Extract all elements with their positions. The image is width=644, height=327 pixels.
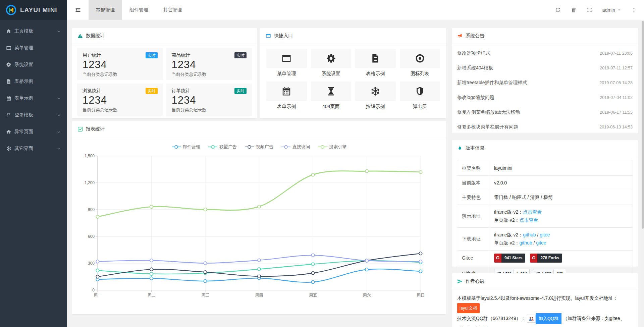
sidebar-item[interactable]: 菜单管理 bbox=[0, 40, 67, 56]
chart-data-point[interactable] bbox=[365, 170, 368, 173]
announcement-row[interactable]: 修改选项卡样式2019-07-11 23:06 bbox=[452, 46, 638, 61]
chart-data-point[interactable] bbox=[150, 277, 153, 280]
legend-item[interactable]: 视频广告 bbox=[245, 144, 273, 150]
tab-3[interactable]: 其它管理 bbox=[156, 0, 189, 20]
version-link[interactable]: 点击查看 bbox=[523, 209, 542, 215]
quick-entry-label: 图标列表 bbox=[400, 71, 440, 77]
quick-entry-item[interactable]: 404页面 bbox=[311, 81, 352, 110]
join-qq-button[interactable]: 加入QQ群 bbox=[527, 313, 561, 324]
chart-data-point[interactable] bbox=[96, 269, 99, 272]
chart-data-point[interactable] bbox=[311, 173, 314, 176]
chart-data-point[interactable] bbox=[96, 215, 99, 218]
chart-data-point[interactable] bbox=[419, 170, 422, 173]
scrollbar-thumb[interactable] bbox=[642, 21, 644, 229]
version-link[interactable]: gitee bbox=[540, 232, 550, 237]
quick-entry-title: 快捷入口 bbox=[274, 33, 293, 39]
announcement-text: 新增treetable插件和菜单管理样式 bbox=[457, 80, 527, 86]
chart-data-point[interactable] bbox=[311, 280, 314, 283]
chart-data-point[interactable] bbox=[96, 260, 99, 263]
chart-data-point[interactable] bbox=[150, 272, 153, 275]
quick-entry-label: 菜单管理 bbox=[266, 71, 307, 77]
chart-data-point[interactable] bbox=[204, 280, 207, 283]
chart-data-point[interactable] bbox=[150, 205, 153, 208]
version-link[interactable]: 点击查看 bbox=[519, 217, 538, 223]
logo[interactable]: LAYUI MINI bbox=[0, 0, 67, 20]
refresh-icon bbox=[555, 7, 561, 13]
chart-data-point[interactable] bbox=[204, 208, 207, 211]
chart-data-point[interactable] bbox=[419, 260, 422, 263]
chart-data-point[interactable] bbox=[258, 205, 261, 208]
version-row-value: v2.0.0 bbox=[489, 175, 633, 190]
version-info-title: 版本信息 bbox=[466, 145, 484, 151]
legend-item[interactable]: 搜索引擎 bbox=[318, 144, 346, 150]
sidebar-item[interactable]: 系统设置 bbox=[0, 56, 67, 73]
link-prefix: 单页版-v2： bbox=[494, 240, 519, 246]
announcement-date: 2019-06-17 11:55 bbox=[600, 110, 633, 115]
tab-2[interactable]: 组件管理 bbox=[122, 0, 156, 20]
sidebar-item[interactable]: 其它界面 bbox=[0, 140, 67, 157]
report-card-title: 报表统计 bbox=[86, 126, 105, 132]
chart-data-point[interactable] bbox=[365, 259, 368, 262]
legend-label: 搜索引擎 bbox=[329, 144, 346, 150]
sidebar-item[interactable]: 主页模板 bbox=[0, 23, 67, 40]
sidebar-item[interactable]: 异常页面 bbox=[0, 123, 67, 140]
announcements-title: 系统公告 bbox=[466, 33, 484, 39]
legend-item[interactable]: 直接访问 bbox=[281, 144, 310, 150]
y-tick-label: 600 bbox=[88, 234, 95, 239]
chart-data-point[interactable] bbox=[419, 270, 422, 273]
gitee-badge-text: 278 Forks bbox=[537, 254, 562, 263]
announcement-row[interactable]: 修复多模块菜单栏展开有问题2019-06-13 14:53 bbox=[452, 120, 638, 134]
sidebar-item[interactable]: 表格示例 bbox=[0, 73, 67, 90]
user-menu[interactable]: admin bbox=[602, 7, 621, 13]
quick-entry-item[interactable]: 图标列表 bbox=[400, 49, 440, 77]
chart-data-point[interactable] bbox=[258, 275, 261, 278]
announcement-row[interactable]: 新增系统404模板2019-07-11 12:57 bbox=[452, 61, 638, 75]
quick-entry-label: 按钮示例 bbox=[355, 104, 396, 110]
more-vertical-icon[interactable] bbox=[631, 7, 637, 13]
version-info-card: 版本信息 框架名称layuimini当前版本v2.0.0主要特色零门槛 / 响应… bbox=[452, 140, 638, 267]
quick-entry-item[interactable]: 表格示例 bbox=[355, 49, 396, 77]
menu-fold-icon[interactable] bbox=[67, 0, 89, 20]
chart-data-point[interactable] bbox=[258, 268, 261, 271]
announcement-row[interactable]: 修改logo缩放问题2019-07-04 11:02 bbox=[452, 90, 638, 105]
layui-doc-badge[interactable]: layui文档 bbox=[457, 303, 480, 314]
chart-data-point[interactable] bbox=[204, 262, 207, 265]
chart-data-point[interactable] bbox=[204, 271, 207, 274]
chart-data-point[interactable] bbox=[419, 252, 422, 255]
version-row-value: 零门槛 / 响应式 / 清爽 / 极简 bbox=[489, 190, 633, 205]
sidebar-item[interactable]: 表单示例 bbox=[0, 90, 67, 107]
quick-entry-item[interactable]: 弹出层 bbox=[400, 81, 440, 110]
legend-marker bbox=[172, 145, 181, 149]
trash-icon[interactable] bbox=[571, 7, 577, 13]
trash-icon bbox=[571, 7, 577, 13]
chart-data-point[interactable] bbox=[150, 259, 153, 262]
sidebar-item[interactable]: 登录模板 bbox=[0, 107, 67, 123]
legend-item[interactable]: 联盟广告 bbox=[208, 144, 237, 150]
tab-1[interactable]: 常规管理 bbox=[89, 0, 122, 20]
version-link[interactable]: gitee bbox=[536, 240, 546, 246]
chart-data-point[interactable] bbox=[311, 272, 314, 275]
quick-entry-item[interactable]: 按钮示例 bbox=[355, 81, 396, 110]
chart-data-point[interactable] bbox=[365, 268, 368, 271]
version-row-value: G941 StarsG278 Forks bbox=[489, 250, 633, 266]
gitee-badge[interactable]: G941 Stars bbox=[494, 254, 525, 263]
refresh-icon[interactable] bbox=[555, 7, 561, 13]
chart-data-point[interactable] bbox=[311, 254, 314, 257]
fullscreen-icon[interactable] bbox=[587, 7, 592, 13]
chart-data-point[interactable] bbox=[96, 275, 99, 278]
announcement-row[interactable]: 新增treetable插件和菜单管理样式2019-07-05 14:28 bbox=[452, 75, 638, 90]
author-note-card: 作者心语 本模板基于layui2.5.4以及font-awesome-4.7.0… bbox=[452, 273, 638, 327]
gitee-badge[interactable]: G278 Forks bbox=[530, 254, 562, 263]
quick-entry-item[interactable]: 表单示例 bbox=[266, 81, 307, 110]
chart-data-point[interactable] bbox=[258, 259, 261, 262]
announcement-row[interactable]: 修复左侧菜单缩放tab无法移动2019-06-17 11:55 bbox=[452, 105, 638, 120]
vertical-scrollbar[interactable] bbox=[641, 20, 644, 327]
version-link[interactable]: github bbox=[523, 232, 536, 237]
quick-entry-item[interactable]: 系统设置 bbox=[311, 49, 352, 77]
version-link[interactable]: github bbox=[519, 240, 532, 246]
chart-data-point[interactable] bbox=[311, 263, 314, 266]
chart-data-point[interactable] bbox=[150, 268, 153, 271]
quick-entry-item[interactable]: 菜单管理 bbox=[266, 49, 307, 77]
legend-item[interactable]: 邮件营销 bbox=[172, 144, 200, 150]
stat-desc: 当前分类总记录数 bbox=[83, 71, 158, 77]
